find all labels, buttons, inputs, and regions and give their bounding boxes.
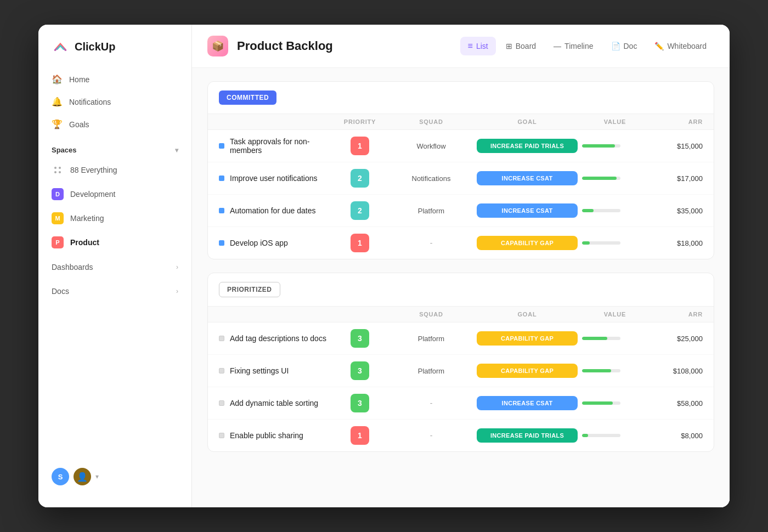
squad-cell: Notifications bbox=[390, 174, 472, 183]
tab-list[interactable]: ≡ List bbox=[460, 37, 496, 55]
table-row[interactable]: Develop iOS app 1 - CAPABILITY GAP $18 bbox=[208, 227, 714, 259]
list-icon: ≡ bbox=[468, 41, 473, 51]
priority-cell: 3 bbox=[330, 329, 390, 348]
priority-badge: 3 bbox=[351, 394, 369, 412]
tab-whiteboard-label: Whiteboard bbox=[667, 42, 707, 50]
col-value: VALUE bbox=[582, 118, 648, 125]
priority-badge: 1 bbox=[351, 234, 369, 252]
timeline-icon: — bbox=[554, 42, 561, 50]
task-label: Add dynamic table sorting bbox=[230, 399, 318, 408]
priority-badge: 2 bbox=[351, 169, 369, 188]
table-row[interactable]: Fixing settings UI 3 Platform CAPABILITY… bbox=[208, 355, 714, 387]
arr-cell: $18,000 bbox=[648, 239, 703, 247]
sidebar-item-dashboards[interactable]: Dashboards › bbox=[38, 256, 191, 278]
sidebar-item-notifications[interactable]: 🔔 Notifications bbox=[45, 91, 185, 112]
value-cell bbox=[582, 401, 648, 405]
sidebar-footer: S 👤 ▾ bbox=[38, 459, 191, 494]
table-row[interactable]: Task approvals for non-members 1 Workflo… bbox=[208, 130, 714, 162]
spaces-list: 88 Everything D Development M Marketing … bbox=[38, 159, 191, 254]
svg-point-0 bbox=[54, 167, 57, 169]
value-cell bbox=[582, 241, 648, 245]
table-row[interactable]: Add dynamic table sorting 3 - INCREASE C… bbox=[208, 387, 714, 420]
sidebar-item-notifications-label: Notifications bbox=[69, 98, 111, 106]
spaces-chevron-icon: ▾ bbox=[175, 146, 178, 154]
task-dot-blue bbox=[219, 240, 224, 246]
goals-icon: 🏆 bbox=[52, 119, 63, 129]
whiteboard-icon: ✏️ bbox=[654, 42, 664, 50]
table-row[interactable]: Improve user notifications 2 Notificatio… bbox=[208, 162, 714, 195]
tab-board[interactable]: ⊞ Board bbox=[498, 37, 544, 55]
everything-count-label: 88 Everything bbox=[70, 166, 117, 174]
priority-badge: 3 bbox=[351, 329, 369, 348]
development-label: Development bbox=[70, 190, 116, 199]
value-cell bbox=[582, 209, 648, 212]
squad-cell: - bbox=[390, 431, 472, 440]
logo-area: ClickUp bbox=[38, 38, 191, 69]
table-row[interactable]: Add tag descriptions to docs 3 Platform … bbox=[208, 322, 714, 355]
table-row[interactable]: Enable public sharing 1 - INCREASE PAID … bbox=[208, 420, 714, 451]
priority-badge: 3 bbox=[351, 361, 369, 380]
committed-section-header: COMMITTED bbox=[208, 82, 714, 114]
sidebar-item-docs[interactable]: Docs › bbox=[38, 280, 191, 302]
product-label: Product bbox=[70, 238, 99, 247]
value-bar-fill bbox=[582, 209, 594, 212]
app-name: ClickUp bbox=[75, 41, 115, 53]
prioritized-col-headers: SQUAD GOAL VALUE ARR bbox=[208, 307, 714, 322]
committed-badge: COMMITTED bbox=[219, 90, 276, 105]
arr-cell: $25,000 bbox=[648, 335, 703, 343]
value-cell bbox=[582, 144, 648, 148]
prioritized-badge: PRIORITIZED bbox=[219, 282, 280, 297]
value-bar-track bbox=[582, 434, 620, 437]
priority-cell: 1 bbox=[330, 426, 390, 445]
goal-cell: INCREASE PAID TRIALS bbox=[472, 428, 582, 443]
page-icon: 📦 bbox=[207, 36, 228, 56]
priority-badge: 1 bbox=[351, 137, 369, 155]
value-bar-track bbox=[582, 337, 620, 340]
goal-badge: INCREASE CSAT bbox=[477, 171, 578, 185]
goal-badge: INCREASE CSAT bbox=[477, 396, 578, 410]
tab-timeline[interactable]: — Timeline bbox=[546, 37, 601, 55]
task-label: Add tag descriptions to docs bbox=[230, 334, 326, 343]
prioritized-section: PRIORITIZED SQUAD GOAL VALUE ARR Add tag… bbox=[207, 273, 714, 452]
value-cell bbox=[582, 434, 648, 437]
table-row[interactable]: Automation for due dates 2 Platform INCR… bbox=[208, 195, 714, 227]
user-menu-chevron-icon[interactable]: ▾ bbox=[95, 473, 99, 480]
sidebar-item-goals[interactable]: 🏆 Goals bbox=[45, 114, 185, 135]
task-dot-gray bbox=[219, 400, 224, 406]
view-tabs: ≡ List ⊞ Board — Timeline 📄 Doc ✏️ Wh bbox=[460, 37, 714, 55]
clickup-logo-icon bbox=[52, 38, 69, 55]
goal-badge: CAPABILITY GAP bbox=[477, 236, 578, 250]
sidebar-item-home-label: Home bbox=[69, 75, 89, 84]
dashboards-chevron-icon: › bbox=[176, 263, 178, 271]
task-name: Improve user notifications bbox=[219, 174, 330, 183]
committed-section: COMMITTED PRIORITY SQUAD GOAL VALUE ARR … bbox=[207, 81, 714, 259]
spaces-section-header: Spaces ▾ bbox=[38, 135, 191, 159]
user-avatar-s[interactable]: S bbox=[52, 468, 69, 485]
goal-cell: CAPABILITY GAP bbox=[472, 236, 582, 250]
col-goal: GOAL bbox=[472, 118, 582, 125]
value-bar-track bbox=[582, 369, 620, 372]
task-dot-gray bbox=[219, 336, 224, 341]
value-bar-track bbox=[582, 401, 620, 405]
sidebar-item-everything[interactable]: 88 Everything bbox=[45, 159, 185, 182]
tab-board-label: Board bbox=[516, 42, 536, 50]
tab-doc[interactable]: 📄 Doc bbox=[603, 37, 645, 55]
sidebar-item-product[interactable]: P Product bbox=[45, 231, 185, 254]
tab-whiteboard[interactable]: ✏️ Whiteboard bbox=[647, 37, 714, 55]
value-cell bbox=[582, 337, 648, 340]
tab-timeline-label: Timeline bbox=[564, 42, 593, 50]
priority-cell: 3 bbox=[330, 394, 390, 412]
sidebar-item-home[interactable]: 🏠 Home bbox=[45, 69, 185, 90]
sidebar-item-marketing[interactable]: M Marketing bbox=[45, 207, 185, 230]
sidebar-item-development[interactable]: D Development bbox=[45, 183, 185, 206]
value-bar-fill bbox=[582, 434, 588, 437]
arr-cell: $58,000 bbox=[648, 399, 703, 408]
col-task bbox=[219, 311, 330, 318]
priority-cell: 1 bbox=[330, 234, 390, 252]
arr-cell: $15,000 bbox=[648, 142, 703, 150]
task-name: Enable public sharing bbox=[219, 431, 330, 440]
svg-point-3 bbox=[59, 171, 61, 173]
docs-chevron-icon: › bbox=[176, 287, 178, 295]
priority-cell: 3 bbox=[330, 361, 390, 380]
docs-label: Docs bbox=[52, 287, 69, 296]
